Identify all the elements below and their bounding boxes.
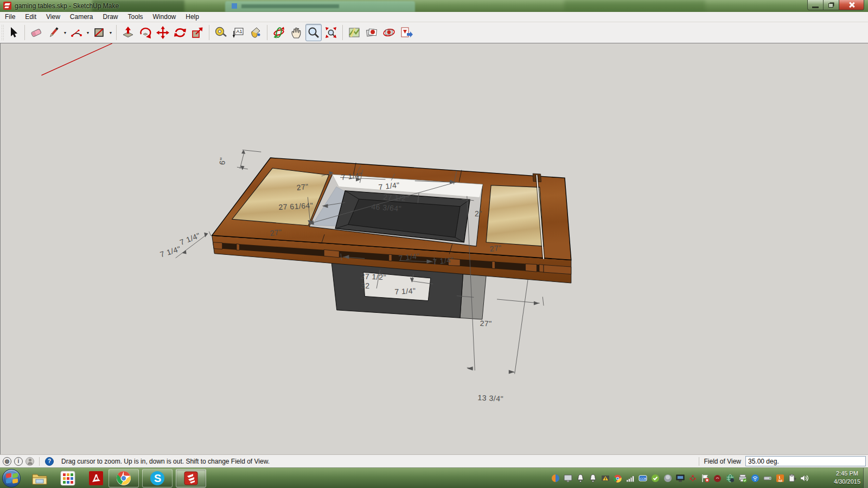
select-tool-button[interactable] — [5, 24, 21, 41]
ccb-tray-icon[interactable]: CCB — [638, 474, 647, 483]
sketchup-app-icon — [3, 2, 11, 10]
move-tool-button[interactable] — [155, 24, 171, 41]
menu-help[interactable]: Help — [181, 12, 204, 22]
close-icon — [848, 2, 855, 8]
java-tray-icon[interactable] — [775, 474, 784, 483]
orbit-tool-button[interactable] — [271, 24, 287, 41]
signal-tray-icon[interactable] — [626, 474, 635, 483]
bell-tray-icon[interactable] — [588, 474, 597, 483]
geolocation-icon[interactable]: ◍ — [3, 457, 11, 466]
push-pull-tool-button[interactable] — [120, 24, 136, 41]
right-maple-panel — [486, 185, 544, 246]
follow-me-tool-button[interactable] — [137, 24, 154, 41]
pencil-icon — [47, 26, 60, 39]
dimension-label: 7 1/4" — [394, 286, 416, 296]
start-button[interactable] — [2, 469, 21, 487]
skype-icon: S — [150, 471, 165, 486]
acrobat-icon — [88, 471, 104, 486]
add-location-button[interactable] — [346, 24, 362, 41]
menu-view[interactable]: View — [41, 12, 65, 22]
zoom-extents-button[interactable] — [323, 24, 339, 41]
model-viewport[interactable]: 6" 27" 7 1/4" 7 1/4" 27 1/2" 46 3/64" 27… — [0, 43, 868, 454]
toolbar-separator — [116, 25, 117, 40]
zoom-icon — [307, 26, 320, 39]
globe-tray-icon[interactable] — [725, 474, 735, 483]
red-burst-tray-icon[interactable] — [688, 474, 697, 483]
minimize-button[interactable] — [807, 0, 824, 10]
maroon-dot-tray-icon[interactable] — [713, 474, 722, 483]
wifi-blue-tray-icon[interactable] — [750, 474, 760, 483]
eraser-tool-button[interactable] — [28, 24, 44, 41]
display-tray-icon[interactable] — [563, 474, 572, 483]
close-button[interactable] — [839, 0, 864, 10]
taskbar-app-grid-button[interactable] — [59, 470, 77, 487]
printer-tray-icon[interactable] — [738, 474, 747, 483]
volume-tray-icon[interactable] — [800, 474, 809, 483]
rectangle-tool-dropdown[interactable]: ▼ — [108, 24, 113, 41]
dimension-label: 27" — [480, 319, 492, 328]
monitor-tray-icon[interactable] — [675, 474, 685, 483]
match-photo-button[interactable] — [381, 24, 397, 41]
line-tool-button[interactable] — [46, 24, 62, 41]
toolbar-drag-handle[interactable] — [1, 24, 4, 41]
line-tool-dropdown[interactable]: ▼ — [62, 24, 68, 41]
rotate-tool-button[interactable] — [172, 24, 188, 41]
help-icon[interactable]: ? — [45, 457, 54, 466]
windows-flag-icon — [6, 473, 11, 478]
title-bar[interactable]: gaming tables.skp - SketchUp Make — [0, 0, 868, 12]
menu-edit[interactable]: Edit — [20, 12, 41, 22]
photo-textures-button[interactable] — [363, 24, 380, 41]
explorer-folder-icon — [31, 471, 48, 485]
hard-drive-tray-icon[interactable] — [763, 474, 772, 483]
dimension-label: 13 3/4" — [477, 393, 503, 403]
show-desktop-button[interactable] — [863, 468, 868, 488]
zoom-tool-button[interactable] — [305, 24, 322, 41]
action-center-flag-icon[interactable] — [700, 474, 710, 483]
chrome-tray-icon[interactable] — [613, 474, 622, 483]
scale-tool-button[interactable] — [189, 24, 206, 41]
green-check-tray-icon[interactable] — [650, 474, 660, 483]
menu-tools[interactable]: Tools — [123, 12, 148, 22]
sphere-tray-icon[interactable] — [663, 474, 672, 483]
menu-window[interactable]: Window — [148, 12, 181, 22]
tape-measure-tool-button[interactable] — [213, 24, 229, 41]
toolbar-separator — [24, 25, 25, 40]
taskbar-sketchup-button[interactable] — [176, 469, 206, 487]
tape-measure-icon — [214, 26, 227, 39]
toolbar: ▼ ▼ ▼ A1 — [0, 22, 868, 43]
drive-warning-tray-icon[interactable] — [601, 474, 610, 483]
field-of-view-control: Field of View — [694, 456, 866, 466]
menu-draw[interactable]: Draw — [98, 12, 123, 22]
arc-tool-dropdown[interactable]: ▼ — [85, 24, 91, 41]
export-button[interactable] — [398, 24, 414, 41]
taskbar-explorer-button[interactable] — [30, 470, 49, 487]
pan-tool-button[interactable] — [288, 24, 304, 41]
sign-in-avatar-icon[interactable] — [25, 457, 34, 466]
rotate-icon — [174, 26, 187, 39]
menu-file[interactable]: File — [0, 12, 20, 22]
arc-tool-button[interactable] — [68, 24, 85, 41]
taskbar-clock[interactable]: 2:45 PM 4/30/2015 — [834, 470, 860, 486]
restore-button[interactable] — [824, 0, 839, 10]
orbit-icon — [272, 26, 285, 39]
svg-text:A1: A1 — [237, 29, 242, 34]
paint-bucket-tool-button[interactable] — [247, 24, 264, 41]
rectangle-tool-button[interactable] — [91, 24, 107, 41]
taskbar-skype-button[interactable]: S — [142, 469, 173, 487]
menu-camera[interactable]: Camera — [65, 12, 98, 22]
bell-tray-icon[interactable] — [576, 474, 585, 483]
launchy-tray-icon[interactable] — [551, 474, 560, 483]
taskbar-acrobat-button[interactable] — [87, 470, 105, 487]
text-tool-button[interactable]: A1 — [230, 24, 246, 41]
move-icon — [156, 26, 169, 39]
model-svg — [1, 43, 868, 455]
arc-icon — [70, 26, 83, 39]
app-grid-icon — [60, 471, 75, 486]
clipboard-power-tray-icon[interactable] — [788, 474, 797, 483]
select-cursor-icon — [7, 26, 20, 39]
credits-icon[interactable]: i — [14, 457, 23, 466]
match-photo-icon — [382, 26, 395, 39]
eraser-icon — [30, 26, 43, 39]
fov-input[interactable] — [745, 456, 866, 466]
taskbar-chrome-button[interactable] — [108, 469, 139, 487]
